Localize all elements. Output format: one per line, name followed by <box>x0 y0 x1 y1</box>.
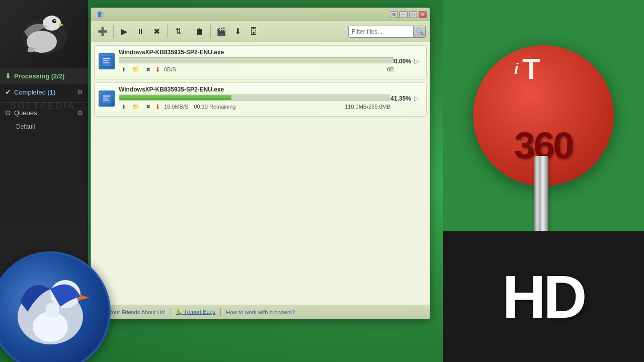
download-item-2: WindowsXP-KB835935-SP2-ENU.exe ⏸ 📁 ✖ ⬇ 1… <box>94 82 427 117</box>
sort-btn[interactable]: ⇅ <box>171 24 186 39</box>
dl-item-2-down-icon: ⬇ <box>155 103 160 111</box>
dl-item-1-header: WindowsXP-KB835935-SP2-ENU.exe ⏸ 📁 ✖ ⬇ 0… <box>99 49 422 74</box>
it360-i-text: i <box>514 60 518 77</box>
filter-input[interactable] <box>348 26 414 38</box>
file-icon-2 <box>101 93 112 104</box>
download-arrow-icon: ⬇ <box>5 72 11 80</box>
dl-item-2-downloaded: 110.0MB/266.0MB <box>345 104 390 110</box>
sidebar-item-processing[interactable]: ⬇ Processing (2/2) <box>0 68 88 84</box>
dl-item-1-progress-bar-container <box>119 57 394 63</box>
dl-item-2-folder-btn[interactable]: 📁 <box>131 102 141 111</box>
dl-item-1-percent: 0.00% <box>394 58 411 65</box>
dl-item-1-icon <box>99 53 115 69</box>
completed-label: Completed (1) <box>14 88 77 96</box>
close-btn[interactable]: ✕ <box>419 11 427 18</box>
add-download-btn[interactable]: ➕ <box>95 24 110 39</box>
dl-item-1-speed: 0B/S <box>164 66 176 72</box>
svg-rect-13 <box>103 96 110 97</box>
dl-item-2-progress-bar-container <box>119 95 390 101</box>
svg-rect-10 <box>103 60 108 61</box>
dl-item-2-pause-btn[interactable]: ⏸ <box>119 102 129 111</box>
statusbar-bugs-label: Report Bugs <box>185 309 215 315</box>
stop-btn[interactable]: ✖ <box>149 24 164 39</box>
sidebar-divider <box>0 102 88 103</box>
dl-item-2-percent: 41.35% <box>390 95 411 102</box>
filter-area: 🔍 <box>348 26 426 38</box>
dl-item-1-folder-btn[interactable]: 📁 <box>131 65 141 74</box>
filter-search-btn[interactable]: 🔍 <box>414 26 426 38</box>
dl-item-2-filename: WindowsXP-KB835935-SP2-ENU.exe <box>119 86 390 93</box>
dl-item-1-info: WindowsXP-KB835935-SP2-ENU.exe ⏸ 📁 ✖ ⬇ 0… <box>119 49 394 74</box>
svg-rect-11 <box>103 62 109 63</box>
maximize-btn[interactable]: □ <box>409 11 417 18</box>
dl-item-2-cancel-btn[interactable]: ✖ <box>143 102 153 111</box>
delete-btn[interactable]: 🗑 <box>192 24 207 39</box>
hd-panel: HD <box>443 231 644 362</box>
dl-item-1-size: 0B <box>387 66 394 72</box>
dl-item-2-speed: 16.0MB/S <box>164 104 188 110</box>
default-label: Default <box>16 123 35 130</box>
it360-t-text: T <box>522 54 540 83</box>
sidebar-item-default[interactable]: Default <box>0 121 88 133</box>
dl-item-2-stats: ⏸ 📁 ✖ ⬇ 16.0MB/S 00:10 Remaining 110.0MB… <box>119 102 390 111</box>
processing-label: Processing (2/2) <box>14 72 83 80</box>
download-item-1: WindowsXP-KB835935-SP2-ENU.exe ⏸ 📁 ✖ ⬇ 0… <box>94 45 427 79</box>
dl-item-1-cancel-btn[interactable]: ✖ <box>143 65 153 74</box>
dl-item-1-down-icon: ⬇ <box>155 66 160 73</box>
svg-rect-22 <box>46 303 59 318</box>
svg-rect-14 <box>103 98 108 99</box>
minimize-btn[interactable]: ─ <box>399 11 408 18</box>
metal-pole <box>534 156 548 236</box>
dl-item-2-arrow[interactable]: ▷ <box>414 95 422 103</box>
bug-icon: 🐛 <box>176 309 183 315</box>
dl-item-2-controls: ⏸ 📁 ✖ ⬇ 16.0MB/S 00:10 Remaining <box>119 102 236 111</box>
queues-gear-icon[interactable]: ⚙ <box>77 109 83 117</box>
pause-btn[interactable]: ⏸ <box>133 24 148 39</box>
dl-item-2-info: WindowsXP-KB835935-SP2-ENU.exe ⏸ 📁 ✖ ⬇ 1… <box>119 86 390 111</box>
resume-btn[interactable]: ▶ <box>117 24 132 39</box>
sidebar-item-queues[interactable]: ⊙ Queues ⚙ <box>0 105 88 121</box>
queue-icon: ⊙ <box>5 109 11 117</box>
dl-item-1-pause-btn[interactable]: ⏸ <box>119 65 129 74</box>
check-icon: ✔ <box>5 88 11 96</box>
file-icon-1 <box>101 56 112 67</box>
svg-point-3 <box>54 20 55 21</box>
eagle-logo-icon <box>14 9 74 59</box>
sidebar-item-completed[interactable]: ✔ Completed (1) ⚙ <box>0 84 88 100</box>
sidebar-items: ⬇ Processing (2/2) ✔ Completed (1) ⚙ ⊙ Q… <box>0 68 88 133</box>
statusbar: Tell Your Friends About Us! 🐛 Report Bug… <box>91 305 430 319</box>
dl-item-2-remaining: 00:10 Remaining <box>194 104 235 110</box>
dl-item-2-header: WindowsXP-KB835935-SP2-ENU.exe ⏸ 📁 ✖ ⬇ 1… <box>99 86 422 111</box>
dm-window: ⚙ ─ □ ✕ ➕ ▶ ⏸ ✖ ⇅ 🗑 🎬 ⬇ 🗄 🔍 <box>91 8 430 319</box>
dl-item-1-controls: ⏸ 📁 ✖ ⬇ 0B/S <box>119 65 176 74</box>
statusbar-sep-2 <box>220 308 221 316</box>
download-grab-btn[interactable]: ⬇ <box>230 24 245 39</box>
options-btn[interactable]: 🗄 <box>246 24 261 39</box>
video-btn[interactable]: 🎬 <box>214 24 229 39</box>
toolbar-sep-1 <box>113 25 114 38</box>
dl-item-1-arrow[interactable]: ▷ <box>414 57 422 65</box>
eagle-svg <box>0 261 101 362</box>
titlebar: ⚙ ─ □ ✕ <box>91 8 430 21</box>
settings-titlebar-btn[interactable]: ⚙ <box>390 11 398 18</box>
completed-gear-icon[interactable]: ⚙ <box>77 88 83 96</box>
svg-rect-7 <box>98 15 101 17</box>
dl-item-1-filename: WindowsXP-KB835935-SP2-ENU.exe <box>119 49 394 56</box>
toolbar-sep-3 <box>189 25 189 38</box>
toolbar: ➕ ▶ ⏸ ✖ ⇅ 🗑 🎬 ⬇ 🗄 🔍 <box>91 21 430 42</box>
statusbar-sep-1 <box>171 308 171 316</box>
hd-text: HD <box>502 266 584 327</box>
svg-point-6 <box>98 12 102 16</box>
app-icon <box>95 10 104 19</box>
statusbar-bugs-link[interactable]: 🐛 Report Bugs <box>172 309 219 315</box>
toolbar-sep-2 <box>167 25 168 38</box>
queues-label: Queues <box>14 109 77 117</box>
sidebar-logo <box>0 0 88 68</box>
dl-item-2-icon <box>99 90 115 107</box>
toolbar-sep-4 <box>210 25 211 38</box>
dl-item-1-stats: ⏸ 📁 ✖ ⬇ 0B/S 0B <box>119 65 394 74</box>
statusbar-browsers-link[interactable]: How to work with browsers? <box>222 309 299 315</box>
svg-point-1 <box>43 16 61 31</box>
download-list: WindowsXP-KB835935-SP2-ENU.exe ⏸ 📁 ✖ ⬇ 0… <box>91 42 430 305</box>
svg-rect-15 <box>103 100 109 101</box>
